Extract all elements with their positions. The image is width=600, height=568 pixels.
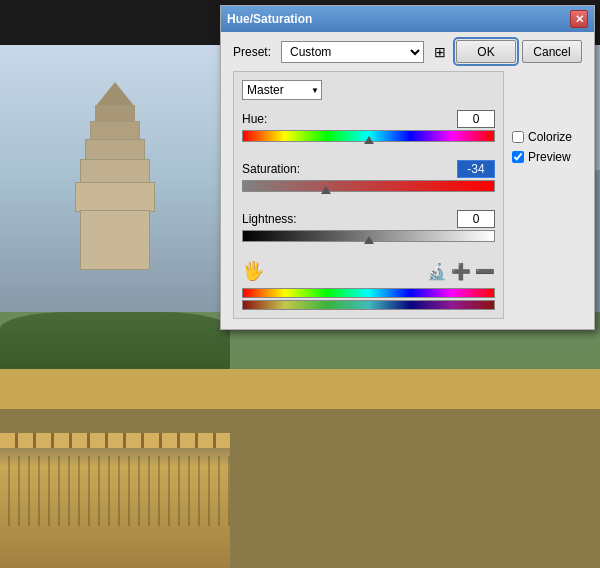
colorize-checkbox[interactable] (512, 131, 524, 143)
saturation-thumb[interactable] (321, 186, 331, 194)
dialog-titlebar: Hue/Saturation ✕ (221, 6, 594, 32)
dialog-main: Master Reds Yellows Greens Cyans Blues M… (233, 71, 582, 319)
hue-track-wrapper (242, 130, 495, 152)
close-button[interactable]: ✕ (570, 10, 588, 28)
saturation-label-row: Saturation: (242, 160, 495, 178)
eyedropper-subtract-icon[interactable]: ➖ (475, 261, 495, 281)
preset-select[interactable]: CustomDefaultCyanotypeIncrease Saturatio… (281, 41, 424, 63)
temple-tier-3 (85, 139, 145, 161)
saturation-label: Saturation: (242, 162, 300, 176)
fence (0, 438, 230, 568)
eyedropper-area: 🔬 ➕ ➖ (427, 261, 495, 281)
temple-spire (95, 82, 135, 107)
cancel-button[interactable]: Cancel (522, 40, 582, 63)
channel-select[interactable]: Master Reds Yellows Greens Cyans Blues M… (242, 80, 322, 100)
eyedropper-add-icon[interactable]: ➕ (451, 261, 471, 281)
temple-tier-4 (90, 121, 140, 141)
bottom-section: 🖐 🔬 ➕ ➖ (242, 260, 495, 282)
saturation-value-input[interactable] (457, 160, 495, 178)
channel-select-wrapper: Master Reds Yellows Greens Cyans Blues M… (242, 80, 322, 100)
preset-select-wrapper: CustomDefaultCyanotypeIncrease Saturatio… (281, 41, 424, 63)
preset-label: Preset: (233, 45, 275, 59)
preset-options-icon[interactable]: ⊞ (430, 42, 450, 62)
hue-thumb[interactable] (364, 136, 374, 144)
lightness-track[interactable] (242, 230, 495, 242)
fence-pattern (0, 456, 230, 526)
hue-slider-row: Hue: (242, 110, 495, 152)
fence-posts (0, 433, 230, 448)
color-bar-top (242, 288, 495, 298)
lightness-value-input[interactable] (457, 210, 495, 228)
lightness-label-row: Lightness: (242, 210, 495, 228)
colorize-row: Colorize (512, 130, 582, 144)
saturation-track[interactable] (242, 180, 495, 192)
lightness-label: Lightness: (242, 212, 297, 226)
temple-body (80, 210, 150, 270)
ok-button[interactable]: OK (456, 40, 516, 63)
hue-track[interactable] (242, 130, 495, 142)
dialog-body: Preset: CustomDefaultCyanotypeIncrease S… (221, 32, 594, 329)
lightness-thumb[interactable] (364, 236, 374, 244)
temple-tier-2 (80, 159, 150, 184)
eyedropper-icon[interactable]: 🔬 (427, 261, 447, 281)
saturation-slider-row: Saturation: (242, 160, 495, 202)
preview-label: Preview (528, 150, 571, 164)
hand-tool-icon[interactable]: 🖐 (242, 260, 264, 282)
channel-row: Master Reds Yellows Greens Cyans Blues M… (242, 80, 495, 100)
dialog-title: Hue/Saturation (227, 12, 312, 26)
hue-saturation-dialog: Hue/Saturation ✕ Preset: CustomDefaultCy… (220, 5, 595, 330)
color-bars (242, 288, 495, 310)
preset-row: Preset: CustomDefaultCyanotypeIncrease S… (233, 40, 582, 63)
color-bar-bottom (242, 300, 495, 310)
colorize-label: Colorize (528, 130, 572, 144)
lightness-track-wrapper (242, 230, 495, 252)
buttons-area: Colorize Preview (512, 71, 582, 319)
forest-area (0, 312, 230, 369)
temple-tier-1 (75, 182, 155, 212)
controls-area: Master Reds Yellows Greens Cyans Blues M… (233, 71, 504, 319)
preview-checkbox[interactable] (512, 151, 524, 163)
hue-label: Hue: (242, 112, 267, 126)
temple (55, 70, 175, 270)
saturation-track-wrapper (242, 180, 495, 202)
hue-label-row: Hue: (242, 110, 495, 128)
preview-row: Preview (512, 150, 582, 164)
hue-value-input[interactable] (457, 110, 495, 128)
lightness-slider-row: Lightness: (242, 210, 495, 252)
